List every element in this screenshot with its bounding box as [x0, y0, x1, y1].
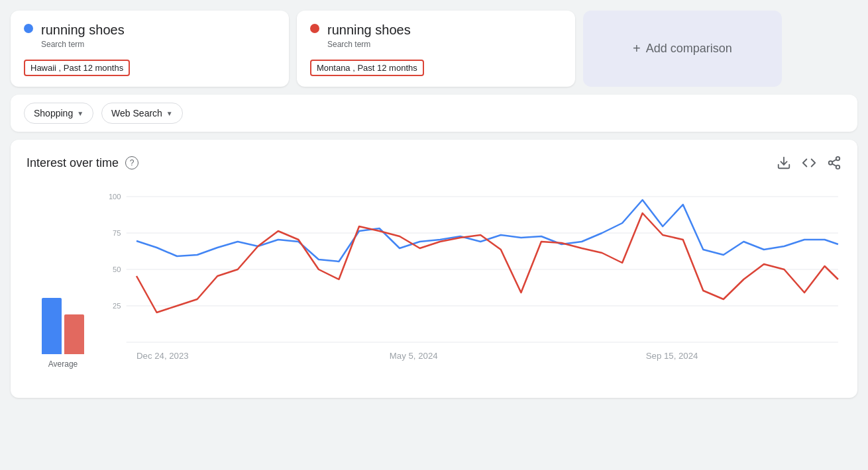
shopping-filter-btn[interactable]: Shopping ▼	[24, 103, 93, 124]
share-icon[interactable]	[827, 156, 841, 170]
hawaii-location-badge[interactable]: Hawaii , Past 12 months	[24, 60, 130, 76]
hawaii-search-label: Search term	[41, 40, 125, 49]
hawaii-dot	[24, 24, 33, 33]
montana-location-badge[interactable]: Montana , Past 12 months	[310, 60, 424, 76]
svg-line-4	[832, 164, 836, 166]
svg-text:50: 50	[113, 265, 121, 273]
svg-text:100: 100	[109, 193, 121, 201]
svg-text:25: 25	[113, 302, 121, 310]
chart-container: Average 100 75 50 25 Dec 24, 2023 May 5,…	[27, 183, 841, 382]
shopping-chevron-icon: ▼	[77, 110, 83, 117]
line-chart-svg: 100 75 50 25 Dec 24, 2023 May 5, 2024 Se…	[99, 183, 841, 369]
svg-line-5	[832, 160, 836, 162]
montana-dot	[310, 24, 319, 33]
chart-section: Interest over time ?	[11, 140, 857, 398]
avg-bar-blue	[42, 298, 62, 354]
hawaii-search-term: running shoes	[41, 21, 125, 38]
add-comparison-card[interactable]: + Add comparison	[583, 11, 782, 87]
avg-bars	[42, 275, 84, 354]
hawaii-line	[136, 200, 838, 261]
plus-icon: +	[633, 41, 641, 56]
montana-search-label: Search term	[327, 40, 411, 49]
x-label-1: Dec 24, 2023	[136, 351, 189, 361]
filter-bar: Shopping ▼ Web Search ▼	[11, 95, 857, 132]
avg-label: Average	[48, 359, 78, 369]
web-search-filter-label: Web Search	[111, 108, 162, 118]
avg-bar-red	[64, 314, 84, 354]
add-comparison-label: Add comparison	[646, 42, 732, 56]
montana-line	[136, 213, 838, 312]
chart-title: Interest over time	[27, 156, 119, 170]
average-section: Average	[27, 183, 99, 382]
montana-search-term: running shoes	[327, 21, 411, 38]
web-search-filter-btn[interactable]: Web Search ▼	[101, 103, 183, 124]
embed-icon[interactable]	[802, 156, 816, 170]
line-chart-area: 100 75 50 25 Dec 24, 2023 May 5, 2024 Se…	[99, 183, 841, 369]
montana-search-card: running shoes Search term Montana , Past…	[297, 11, 575, 87]
svg-text:75: 75	[113, 229, 121, 237]
help-icon[interactable]: ?	[125, 156, 138, 169]
x-label-3: Sep 15, 2024	[646, 351, 698, 361]
x-label-2: May 5, 2024	[390, 351, 438, 361]
shopping-filter-label: Shopping	[34, 108, 73, 118]
download-icon[interactable]	[777, 156, 791, 170]
hawaii-search-card: running shoes Search term Hawaii , Past …	[11, 11, 289, 87]
web-search-chevron-icon: ▼	[166, 110, 173, 117]
